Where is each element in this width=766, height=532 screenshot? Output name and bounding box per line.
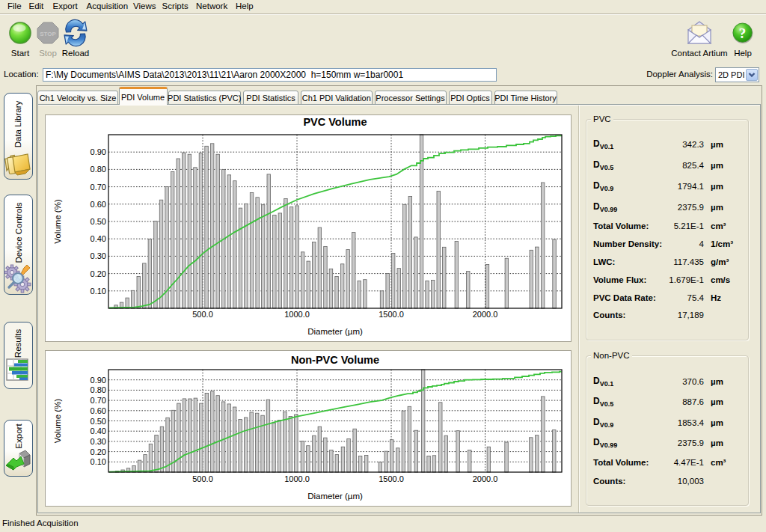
svg-text:0.70: 0.70 [91, 396, 106, 405]
svg-text:1000.0: 1000.0 [284, 310, 310, 319]
svg-text:500.0: 500.0 [192, 310, 213, 319]
svg-text:2000.0: 2000.0 [473, 310, 498, 319]
svg-text:0.90: 0.90 [91, 376, 106, 385]
svg-text:0.20: 0.20 [91, 447, 106, 456]
svg-text:Non-PVC Volume: Non-PVC Volume [291, 354, 379, 366]
svg-text:500.0: 500.0 [192, 474, 213, 483]
svg-text:0.80: 0.80 [91, 385, 106, 394]
svg-text:0.80: 0.80 [91, 165, 106, 174]
svg-text:0.10: 0.10 [91, 457, 106, 466]
svg-text:Volume (%): Volume (%) [53, 199, 62, 244]
svg-text:Volume (%): Volume (%) [53, 399, 62, 444]
svg-text:0.50: 0.50 [91, 417, 106, 426]
svg-text:?: ? [739, 25, 747, 41]
svg-text:0.40: 0.40 [91, 234, 106, 243]
svg-text:1000.0: 1000.0 [284, 474, 310, 483]
svg-text:0.70: 0.70 [91, 183, 106, 192]
svg-text:Diameter (µm): Diameter (µm) [307, 492, 363, 501]
svg-text:1500.0: 1500.0 [379, 474, 404, 483]
svg-text:0.60: 0.60 [91, 200, 106, 209]
svg-text:Diameter (µm): Diameter (µm) [307, 327, 363, 336]
svg-text:STOP: STOP [40, 31, 56, 37]
svg-text:0.20: 0.20 [91, 269, 106, 278]
svg-text:2000.0: 2000.0 [473, 474, 498, 483]
svg-text:1500.0: 1500.0 [379, 310, 404, 319]
svg-text:0.30: 0.30 [91, 437, 106, 446]
svg-text:0.60: 0.60 [91, 406, 106, 415]
svg-text:0.30: 0.30 [91, 251, 106, 260]
svg-text:PVC Volume: PVC Volume [303, 116, 367, 128]
svg-text:0.40: 0.40 [91, 426, 106, 435]
svg-text:0.50: 0.50 [91, 217, 106, 226]
svg-text:0.90: 0.90 [91, 147, 106, 156]
svg-text:0.10: 0.10 [91, 287, 106, 296]
